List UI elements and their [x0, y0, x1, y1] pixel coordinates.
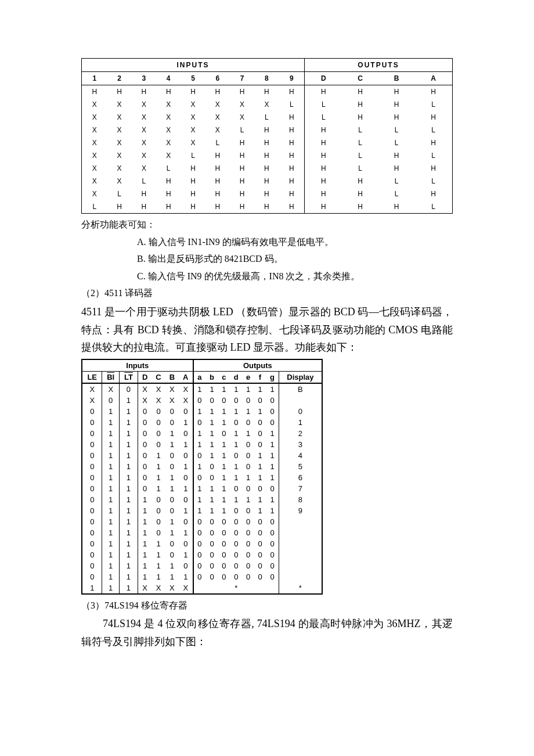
- table-cell: X: [205, 98, 230, 111]
- table-cell: 1: [102, 571, 119, 582]
- table-cell: L: [230, 124, 254, 136]
- table-cell: 1: [151, 538, 165, 549]
- table-cell: 1: [151, 450, 165, 461]
- table-cell: H: [378, 149, 414, 162]
- table-cell: 1: [119, 516, 138, 527]
- table-cell: 0: [179, 472, 193, 483]
- table-cell: 0: [151, 439, 165, 450]
- table-cell: X: [230, 111, 254, 124]
- table-cell: 0: [193, 538, 206, 549]
- table-cell: X: [181, 98, 205, 111]
- table-cell: H: [156, 85, 181, 99]
- table-cell: 1: [165, 428, 179, 439]
- table-cell: H: [279, 188, 305, 200]
- table-cell: 1: [254, 505, 266, 516]
- table-cell: 1: [193, 428, 206, 439]
- table-cell: 1: [165, 571, 179, 582]
- table-cell: 0: [254, 571, 266, 582]
- table-cell: 1: [218, 383, 230, 395]
- table-cell: 1: [119, 571, 138, 582]
- table-cell: 0: [138, 406, 151, 417]
- table-cell: H: [414, 136, 452, 149]
- table-cell: H: [205, 188, 230, 200]
- table-cell: 0: [205, 527, 218, 538]
- table-cell: 0: [193, 549, 206, 560]
- table-cell: 1: [119, 582, 138, 594]
- table-cell: 0: [254, 516, 266, 527]
- table-row: 01110110000000: [82, 527, 322, 538]
- table-cell: 1: [230, 472, 242, 483]
- table-cell: 0: [205, 461, 218, 472]
- table-cell: 0: [230, 505, 242, 516]
- table-cell: 0: [179, 406, 193, 417]
- table-cell: H: [254, 124, 279, 136]
- table-cell: 1: [242, 472, 254, 483]
- table-cell: 0: [242, 439, 254, 450]
- table-cell: 0: [82, 571, 102, 582]
- table-cell: H: [230, 149, 254, 162]
- table-cell: H: [378, 111, 414, 124]
- table-cell: X: [107, 136, 131, 149]
- table-cell: H: [107, 85, 131, 99]
- table-cell: 1: [205, 450, 218, 461]
- table-cell: X: [102, 383, 119, 395]
- table-cell: 0: [179, 428, 193, 439]
- table-cell: H: [254, 188, 279, 200]
- table-cell: 0: [179, 538, 193, 549]
- table-cell: [279, 571, 322, 582]
- table-cell: H: [156, 175, 181, 188]
- table-cell: L: [205, 136, 230, 149]
- table-cell: H: [132, 85, 156, 99]
- table-cell: L: [414, 200, 452, 214]
- table-cell: H: [342, 111, 378, 124]
- table-cell: X: [179, 395, 193, 406]
- table-cell: [193, 582, 206, 594]
- table-cell: H: [305, 175, 342, 188]
- table-cell: 0: [230, 516, 242, 527]
- table-cell: 1: [179, 483, 193, 494]
- table-cell: 1: [119, 527, 138, 538]
- table-cell: 1: [119, 417, 138, 428]
- table-cell: H: [414, 188, 452, 200]
- table-cell: 1: [165, 527, 179, 538]
- table-cell: 0: [242, 538, 254, 549]
- table-row: XXXXXLHHHHLLH: [82, 136, 453, 149]
- table-cell: H: [378, 200, 414, 214]
- table-cell: 1: [279, 417, 322, 428]
- table-cell: X: [151, 383, 165, 395]
- table-cell: 1: [179, 461, 193, 472]
- table-cell: 1: [266, 450, 279, 461]
- table-cell: L: [378, 175, 414, 188]
- table-cell: 0: [254, 527, 266, 538]
- table-cell: 0: [82, 527, 102, 538]
- table-cell: L: [82, 200, 107, 214]
- paragraph-4511: 4511 是一个用于驱动共阴极 LED （数码管）显示器的 BCD 码—七段码译…: [81, 303, 453, 357]
- table-cell: 1: [179, 417, 193, 428]
- table-cell: 1: [102, 494, 119, 505]
- table-cell: 0: [218, 516, 230, 527]
- table-cell: 8: [279, 494, 322, 505]
- table-cell: 1: [193, 461, 206, 472]
- table-cell: H: [254, 85, 279, 99]
- table-cell: [279, 527, 322, 538]
- table-cell: X: [156, 124, 181, 136]
- table-cell: L: [414, 149, 452, 162]
- table-cell: 0: [218, 549, 230, 560]
- table-cell: 0: [254, 439, 266, 450]
- table-cell: X: [138, 395, 151, 406]
- table-cell: H: [132, 200, 156, 214]
- table-cell: X: [181, 124, 205, 136]
- table-cell: 1: [138, 527, 151, 538]
- table-cell: 1: [138, 549, 151, 560]
- table-row: LHHHHHHHHHHHL: [82, 200, 453, 214]
- point-b: B. 输出是反码形式的 8421BCD 码。: [81, 251, 453, 267]
- table-cell: H: [254, 136, 279, 149]
- table-cell: 0: [165, 549, 179, 560]
- table-cell: X: [82, 98, 107, 111]
- table-cell: X: [181, 136, 205, 149]
- table-cell: [279, 560, 322, 571]
- table-cell: X: [156, 98, 181, 111]
- table-row: 01110100000000: [82, 516, 322, 527]
- table-cell: X: [132, 111, 156, 124]
- table-cell: 1: [102, 472, 119, 483]
